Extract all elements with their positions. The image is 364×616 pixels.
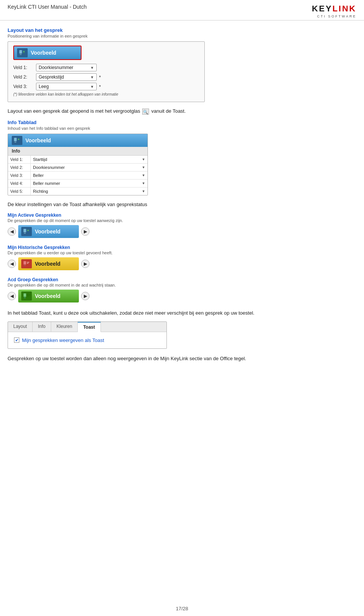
phone-icon: [17, 48, 28, 57]
svg-rect-6: [24, 229, 26, 232]
info-tab-row-5: Veld 5: Richting ▼: [8, 187, 147, 195]
section1-title: Layout van het gesprek: [8, 27, 356, 33]
info-tab-row-2: Veld 2: Doorkiesnummer ▼: [8, 164, 147, 172]
info-tab-row-4: Veld 4: Beller nummer ▼: [8, 180, 147, 187]
chevron-down-icon: ▼: [90, 85, 94, 89]
info-tab-box: Voorbeeld Info Veld 1: Starttijd ▼ Veld …: [8, 134, 148, 195]
svg-rect-0: [19, 50, 22, 54]
info-tab-row-1: Veld 1: Starttijd ▼: [8, 156, 147, 164]
phone-icon-acd: [21, 291, 32, 301]
section1-body: Layout van een gesprek dat geopend is me…: [8, 107, 356, 115]
toast-checkbox-label: Mijn gesprekken weergeven als Toast: [22, 337, 104, 343]
active-calls-nav: ◀ Voorbeeld ▶: [8, 225, 356, 238]
toast-tab-box: Layout Info Kleuren Toast ✔ Mijn gesprek…: [8, 321, 167, 349]
field-label-1: Veld 1:: [13, 65, 36, 70]
field-footnote: (*) Meerdere velden kan leiden tot het a…: [13, 92, 199, 96]
info-tab-fields: Veld 1: Starttijd ▼ Veld 2: Doorkiesnumm…: [8, 156, 147, 195]
field-star-3: *: [99, 84, 101, 90]
prev-arrow-historic[interactable]: ◀: [8, 260, 16, 268]
section2-title: Info Tabblad: [8, 120, 356, 125]
info-field-value-5: Richting: [33, 189, 48, 194]
chevron-down-icon: ▼: [90, 75, 94, 79]
voorbeeld-btn-acd[interactable]: Voorbeeld: [18, 290, 79, 302]
prev-arrow-acd[interactable]: ◀: [8, 292, 16, 300]
phone-icon-historic: [21, 259, 32, 268]
info-field-select-4[interactable]: Beller nummer ▼: [31, 180, 147, 187]
active-calls-title: Mijn Actieve Gesprekken: [8, 213, 356, 218]
info-field-label-1: Veld 1:: [8, 156, 31, 163]
svg-rect-11: [24, 293, 26, 297]
info-field-value-2: Doorkiesnummer: [33, 165, 65, 170]
info-tab-row-3: Veld 3: Beller ▼: [8, 172, 147, 180]
voorbeeld-btn-historic[interactable]: Voorbeeld: [18, 257, 79, 270]
section1-subtitle: Positionering van informatie in een gesp…: [8, 34, 356, 38]
svg-point-13: [27, 294, 29, 296]
tab-toast[interactable]: Toast: [78, 322, 100, 332]
historic-calls-title: Mijn Historische Gesprekken: [8, 245, 356, 250]
svg-point-2: [23, 51, 25, 52]
voorbeeld-label: Voorbeeld: [31, 50, 56, 56]
field-select-3[interactable]: Leeg ▼: [36, 83, 97, 90]
section3-body: In het tabblad Toast, kunt u deze ook ui…: [8, 309, 356, 317]
chevron-down-icon: ▼: [142, 189, 145, 193]
field-value-3: Leeg: [39, 84, 49, 89]
info-tab-toprow: Info: [8, 147, 147, 156]
logo-sub: CTI SOFTWARE: [317, 14, 356, 18]
phone-icon-header: [12, 136, 22, 145]
field-value-2: Gesprekstijd: [39, 74, 64, 80]
info-tab-header: Voorbeeld: [8, 134, 147, 147]
acd-calls-subtitle: De gesprekken die op dit moment in de ac…: [8, 283, 356, 287]
chevron-down-icon: ▼: [90, 66, 94, 70]
info-field-label-5: Veld 5:: [8, 187, 31, 195]
next-arrow-historic[interactable]: ▶: [81, 260, 89, 268]
svg-rect-7: [24, 233, 26, 234]
prev-arrow-active[interactable]: ◀: [8, 227, 16, 236]
phone-icon-active: [21, 227, 32, 236]
info-field-label-2: Veld 2:: [8, 164, 31, 171]
info-field-select-1[interactable]: Starttijd ▼: [31, 156, 147, 163]
layout-box: Voorbeeld Veld 1: Doorkiesnummer ▼ Veld …: [8, 41, 205, 102]
chevron-down-icon: ▼: [142, 165, 145, 169]
field-row-1: Veld 1: Doorkiesnummer ▼: [13, 64, 199, 71]
info-field-select-2[interactable]: Doorkiesnummer ▼: [31, 164, 147, 171]
chevron-down-icon: ▼: [142, 181, 145, 185]
field-row-3: Veld 3: Leeg ▼ *: [13, 83, 199, 90]
svg-rect-4: [14, 142, 16, 143]
field-select-1[interactable]: Doorkiesnummer ▼: [36, 64, 97, 71]
info-field-select-5[interactable]: Richting ▼: [31, 187, 147, 195]
chevron-down-icon: ▼: [142, 158, 145, 161]
svg-rect-10: [24, 265, 26, 266]
tab-kleuren[interactable]: Kleuren: [51, 322, 78, 332]
info-field-label-3: Veld 3:: [8, 172, 31, 179]
toast-tabs-row: Layout Info Kleuren Toast: [8, 322, 166, 332]
field-select-2[interactable]: Gesprekstijd ▼: [36, 73, 97, 81]
info-field-value-1: Starttijd: [33, 157, 47, 162]
active-calls-subtitle: De gesprekken die op dit moment op uw to…: [8, 218, 356, 223]
info-tab-voorbeeld-label: Voorbeeld: [25, 137, 51, 143]
voorbeeld-button-blue[interactable]: Voorbeeld: [13, 46, 82, 60]
svg-rect-3: [14, 138, 17, 141]
section4-body: Gesprekken op uw toestel worden dan alle…: [8, 355, 356, 362]
next-arrow-acd[interactable]: ▶: [81, 292, 89, 300]
magnifier-icon: 🔍: [142, 109, 149, 115]
logo: KEYLINK CTI SOFTWARE: [312, 4, 356, 18]
historic-calls-subtitle: De gesprekken die u eerder op uw toestel…: [8, 250, 356, 255]
main-content: Layout van het gesprek Positionering van…: [0, 20, 364, 374]
voorbeeld-btn-active[interactable]: Voorbeeld: [18, 225, 79, 238]
info-tab-label: Info: [12, 148, 20, 154]
acd-calls-section: Acd Groep Gesprekken De gesprekken die o…: [8, 277, 356, 302]
tab-layout[interactable]: Layout: [8, 322, 33, 332]
active-calls-section: Mijn Actieve Gesprekken De gesprekken di…: [8, 213, 356, 238]
next-arrow-active[interactable]: ▶: [81, 227, 89, 236]
section2-body: De kleur instellingen van de Toast afhan…: [8, 201, 356, 208]
historic-calls-section: Mijn Historische Gesprekken De gesprekke…: [8, 245, 356, 270]
toast-checkbox[interactable]: ✔: [14, 337, 19, 343]
voorbeeld-label-acd: Voorbeeld: [35, 293, 60, 299]
tab-info[interactable]: Info: [33, 322, 51, 332]
logo-text: KEYLINK: [312, 4, 356, 14]
svg-rect-9: [24, 261, 26, 265]
chevron-down-icon: ▼: [142, 173, 145, 177]
info-field-select-3[interactable]: Beller ▼: [31, 172, 147, 179]
page-footer: 17/28: [0, 606, 364, 611]
page-header: KeyLink CTI User Manual - Dutch KEYLINK …: [0, 0, 364, 20]
